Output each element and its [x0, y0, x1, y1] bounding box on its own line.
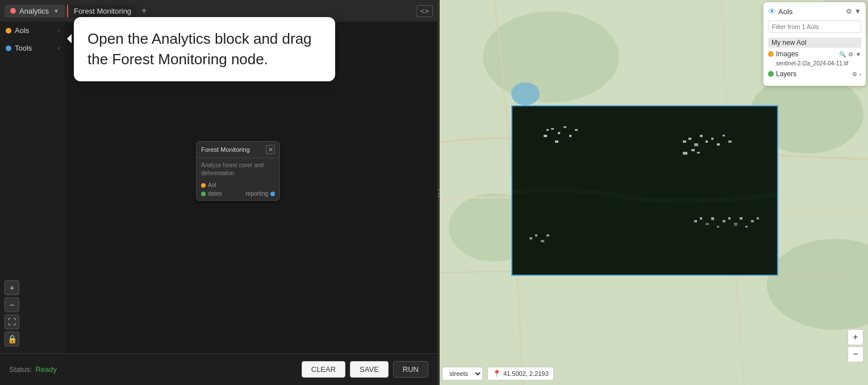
images-expand-icon[interactable]: ▼: [856, 51, 861, 57]
layers-section-title: Layers: [776, 70, 850, 78]
status-value: Ready: [35, 365, 57, 374]
svg-rect-27: [717, 143, 720, 146]
bottom-bar: Status: Ready CLEAR SAVE RUN: [0, 353, 437, 385]
code-toggle-button[interactable]: <>: [416, 5, 433, 17]
rs-header-icons: ⚙ ▼: [846, 7, 861, 15]
layers-settings-icon[interactable]: ⚙: [852, 71, 857, 77]
save-button[interactable]: SAVE: [350, 361, 389, 378]
zoom-controls-left: + − ⛶ 🔒: [0, 276, 24, 351]
map-zoom-out-button[interactable]: −: [848, 346, 863, 362]
sidebar-tools-label: Tools: [15, 44, 58, 52]
expand-icon[interactable]: ▼: [854, 7, 861, 15]
svg-rect-23: [691, 149, 695, 151]
svg-rect-21: [700, 135, 703, 137]
status-container: Status: Ready: [9, 365, 57, 374]
node-ports: Aol dates reporting: [201, 182, 275, 197]
svg-rect-29: [728, 140, 732, 143]
svg-rect-28: [723, 135, 725, 136]
top-bar-right: <>: [416, 5, 433, 17]
aols-filter-input[interactable]: [768, 20, 861, 33]
svg-rect-25: [683, 152, 687, 155]
svg-rect-26: [711, 138, 713, 140]
forest-monitoring-tab[interactable]: Forest Monitoring: [67, 5, 137, 18]
layers-section-actions: ⚙ ‹: [852, 71, 861, 77]
node-header: Forest Monitoring ✕: [197, 142, 279, 158]
location-icon: 📍: [493, 370, 501, 378]
map-style-select[interactable]: streets: [442, 367, 483, 380]
fit-view-button[interactable]: ⛶: [5, 314, 19, 329]
svg-rect-42: [529, 237, 532, 239]
tools-dot-icon: [6, 45, 11, 51]
sidebar-item-tools[interactable]: Tools ‹: [0, 39, 65, 57]
map-panel[interactable]: 👁 Aols ⚙ ▼ My new Aol Images 🔍 ⚙ ▼: [437, 0, 868, 385]
analytics-dot: [10, 8, 16, 14]
satellite-svg: [512, 106, 777, 275]
sidebar: Aols ‹ Tools ‹: [0, 22, 65, 57]
layers-icon[interactable]: ⚙: [846, 7, 852, 15]
images-search-icon[interactable]: 🔍: [839, 51, 846, 57]
panel-divider[interactable]: ⋮: [437, 0, 440, 385]
images-section-header: Images 🔍 ⚙ ▼: [768, 50, 861, 58]
images-section: Images 🔍 ⚙ ▼ sentinel-2-l2a_2024-04-11.t…: [768, 50, 861, 67]
sidebar-aols-label: Aols: [15, 26, 58, 35]
rs-title: Aols: [778, 7, 846, 16]
zoom-out-button[interactable]: −: [5, 297, 19, 312]
dates-port-dot-icon: [201, 192, 206, 196]
port-aol: Aol: [201, 182, 275, 188]
svg-rect-16: [555, 140, 558, 143]
run-button[interactable]: RUN: [393, 361, 428, 378]
right-sidebar: 👁 Aols ⚙ ▼ My new Aol Images 🔍 ⚙ ▼: [763, 2, 866, 86]
svg-rect-15: [569, 135, 571, 137]
rs-header: 👁 Aols ⚙ ▼: [768, 7, 861, 16]
tools-chevron-icon: ‹: [58, 45, 60, 51]
images-settings-icon[interactable]: ⚙: [848, 51, 853, 57]
node-title: Forest Monitoring: [201, 146, 250, 153]
satellite-image: [511, 105, 778, 276]
images-section-title: Images: [776, 50, 837, 58]
svg-rect-19: [688, 138, 691, 140]
layers-section-header: Layers ⚙ ‹: [768, 70, 861, 78]
reporting-port-dot-icon: [270, 192, 275, 196]
sidebar-item-aols[interactable]: Aols ‹: [0, 22, 65, 39]
left-panel: Analytics ▼ Forest Monitoring + <> Aols …: [0, 0, 437, 385]
forest-monitoring-tab-label: Forest Monitoring: [74, 7, 131, 15]
layers-collapse-icon[interactable]: ‹: [859, 71, 861, 77]
aols-chevron-icon: ‹: [58, 27, 60, 34]
analytics-chevron-icon: ▼: [53, 8, 59, 14]
svg-rect-24: [697, 152, 700, 154]
svg-rect-10: [546, 129, 549, 131]
clear-button[interactable]: CLEAR: [302, 361, 345, 378]
svg-rect-12: [544, 135, 547, 137]
svg-rect-40: [751, 220, 754, 222]
images-section-actions: 🔍 ⚙ ▼: [839, 51, 861, 57]
layers-section: Layers ⚙ ‹: [768, 70, 861, 78]
svg-rect-41: [757, 217, 759, 220]
svg-rect-11: [551, 128, 554, 130]
lock-button[interactable]: 🔒: [5, 332, 19, 346]
tooltip-text: Open the Analytics block and drag the Fo…: [87, 28, 322, 70]
image-file-name: sentinel-2-l2a_2024-04-11.tif: [768, 60, 861, 67]
satellite-inner: [512, 106, 777, 275]
svg-point-5: [511, 82, 540, 105]
layers-dot-icon: [768, 71, 774, 77]
coordinates-value: 41.5002, 2.2193: [503, 370, 549, 377]
my-new-aol-label: My new Aol: [768, 38, 861, 48]
forest-monitoring-node[interactable]: Forest Monitoring ✕ Analyze forest cover…: [196, 141, 280, 201]
map-zoom-in-button[interactable]: +: [848, 329, 863, 345]
add-tab-button[interactable]: +: [141, 6, 147, 16]
zoom-in-button[interactable]: +: [5, 280, 19, 295]
aol-port-dot-icon: [201, 183, 206, 188]
svg-rect-14: [564, 126, 566, 128]
divider-handle-icon: ⋮: [434, 187, 443, 198]
map-bottom-controls: streets 📍 41.5002, 2.2193: [442, 367, 554, 380]
analytics-tab[interactable]: Analytics ▼: [5, 5, 65, 18]
svg-rect-44: [541, 240, 544, 242]
svg-rect-17: [575, 129, 578, 131]
svg-rect-35: [723, 220, 725, 222]
coordinates-display: 📍 41.5002, 2.2193: [487, 367, 554, 380]
bottom-bar-right: CLEAR SAVE RUN: [302, 361, 428, 378]
node-close-button[interactable]: ✕: [266, 145, 275, 154]
svg-rect-22: [706, 140, 708, 143]
node-description: Analyze forest cover and deforestation.: [201, 162, 275, 177]
dates-port-label: dates: [208, 191, 222, 197]
